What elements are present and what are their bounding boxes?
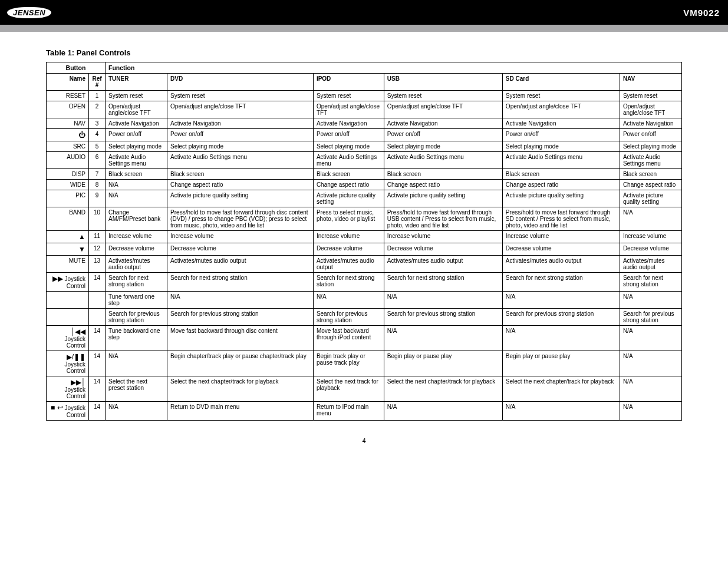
- brand-logo: JENSEN: [7, 7, 51, 18]
- cell-function: N/A: [313, 292, 384, 309]
- cell-button-name: ▲: [47, 231, 89, 243]
- cell-function: System reset: [106, 91, 167, 101]
- cell-function: Begin track play or pause track play: [313, 351, 384, 376]
- cell-function: Change aspect ratio: [167, 180, 314, 190]
- cell-function: N/A: [502, 292, 620, 309]
- cell-function: Select the next chapter/track for playba…: [384, 376, 502, 402]
- cell-function: Activate Audio Settings menu: [106, 152, 167, 169]
- cell-function: Increase volume: [620, 231, 681, 243]
- cell-ref: 4: [89, 129, 106, 141]
- cell-function: Activate picture quality setting: [384, 190, 502, 207]
- cell-button-name: BAND: [47, 207, 89, 231]
- cell-function: N/A: [620, 402, 681, 421]
- cell-function: Select the next track for playback: [313, 376, 384, 402]
- cell-function: Return to iPod main menu: [313, 402, 384, 421]
- cell-function: Tune forward one step: [106, 292, 167, 309]
- cell-function: Power on/off: [106, 129, 167, 141]
- cell-function: N/A: [620, 207, 681, 231]
- cell-button-name: MUTE: [47, 256, 89, 273]
- cell-button-name: AUDIO: [47, 152, 89, 169]
- cell-function: Activate Audio Settings menu: [384, 152, 502, 169]
- cell-function: Activate Audio Settings menu: [620, 152, 681, 169]
- cell-button-name: ▶▶ Joystick Control: [47, 273, 89, 292]
- cell-function: Activates/mutes audio output: [106, 256, 167, 273]
- cell-function: Decrease volume: [384, 243, 502, 256]
- cell-function: Black screen: [620, 169, 681, 180]
- cell-button-name: [47, 309, 89, 326]
- col-header-ref: Ref #: [89, 74, 106, 91]
- cell-function: Power on/off: [313, 129, 384, 141]
- cell-function: Open/adjust angle/close TFT: [313, 101, 384, 118]
- cell-function: Activate Navigation: [502, 118, 620, 129]
- cell-function: Change aspect ratio: [313, 180, 384, 190]
- cell-button-name: DISP: [47, 169, 89, 180]
- cell-function: Decrease volume: [106, 243, 167, 256]
- cell-function: N/A: [384, 292, 502, 309]
- cell-function: Black screen: [167, 169, 314, 180]
- cell-ref: [89, 292, 106, 309]
- cell-function: N/A: [620, 326, 681, 351]
- cell-function: Search for previous strong station: [313, 309, 384, 326]
- col-header-mode: NAV: [620, 74, 681, 91]
- cell-ref: 1: [89, 91, 106, 101]
- cell-function: Black screen: [384, 169, 502, 180]
- cell-ref: 14: [89, 326, 106, 351]
- cell-function: Change AM/FM/Preset bank: [106, 207, 167, 231]
- cell-button-name: [47, 292, 89, 309]
- cell-ref: 14: [89, 402, 106, 421]
- cell-button-name: WIDE: [47, 180, 89, 190]
- cell-function: Search for next strong station: [313, 273, 384, 292]
- col-header-mode: DVD: [167, 74, 314, 91]
- cell-function: Activate picture quality setting: [167, 190, 314, 207]
- table-row: AUDIO6Activate Audio Settings menuActiva…: [47, 152, 682, 169]
- rewind-icon: │◀◀: [71, 328, 86, 336]
- cell-ref: 14: [89, 351, 106, 376]
- cell-function: Open/adjust angle/close TFT: [167, 101, 314, 118]
- table-row: ▶/❚❚ Joystick Control14N/ABegin chapter/…: [47, 351, 682, 376]
- cell-function: Activates/mutes audio output: [502, 256, 620, 273]
- col-header-function: Function: [106, 62, 682, 74]
- cell-ref: 8: [89, 180, 106, 190]
- cell-function: System reset: [620, 91, 681, 101]
- cell-function: Activate Audio Settings menu: [313, 152, 384, 169]
- table-row: Tune forward one stepN/AN/AN/AN/AN/A: [47, 292, 682, 309]
- cell-button-name: PIC: [47, 190, 89, 207]
- cell-button-name: SRC: [47, 141, 89, 152]
- cell-function: Open/adjust angle/close TFT: [106, 101, 167, 118]
- table-row: ▼12Decrease volumeDecrease volumeDecreas…: [47, 243, 682, 256]
- cell-button-name: ▼: [47, 243, 89, 256]
- cell-function: Search for next strong station: [167, 273, 314, 292]
- cell-function: Select playing mode: [106, 141, 167, 152]
- cell-ref: 9: [89, 190, 106, 207]
- cell-function: Select playing mode: [384, 141, 502, 152]
- cell-function: N/A: [106, 180, 167, 190]
- table-row: ■ ↩ Joystick Control14N/AReturn to DVD m…: [47, 402, 682, 421]
- table-row: DISP7Black screenBlack screenBlack scree…: [47, 169, 682, 180]
- cell-function: Activate Audio Settings menu: [502, 152, 620, 169]
- cell-function: Black screen: [106, 169, 167, 180]
- cell-function: Power on/off: [620, 129, 681, 141]
- cell-function: N/A: [167, 292, 314, 309]
- cell-button-name: ▶▶│ Joystick Control: [47, 376, 89, 402]
- cell-function: Select playing mode: [313, 141, 384, 152]
- cell-function: System reset: [167, 91, 314, 101]
- table-row: ▲11Increase volumeIncrease volumeIncreas…: [47, 231, 682, 243]
- play-pause-icon: ▶/❚❚: [67, 353, 85, 361]
- table-row: ⏻4Power on/offPower on/offPower on/offPo…: [47, 129, 682, 141]
- cell-function: Search for next strong station: [502, 273, 620, 292]
- cell-function: Select playing mode: [167, 141, 314, 152]
- cell-ref: 14: [89, 376, 106, 402]
- cell-function: Increase volume: [167, 231, 314, 243]
- cell-function: Black screen: [313, 169, 384, 180]
- stop-return-icon: ■ ↩: [51, 404, 63, 412]
- table-row: │◀◀ Joystick Control14Tune backward one …: [47, 326, 682, 351]
- cell-function: Press/hold to move fast forward through …: [502, 207, 620, 231]
- cell-function: Search for previous strong station: [384, 309, 502, 326]
- table-row: MUTE13Activates/mutes audio outputActiva…: [47, 256, 682, 273]
- cell-function: Search for next strong station: [106, 273, 167, 292]
- down-triangle-icon: ▼: [78, 245, 85, 253]
- cell-function: Search for previous strong station: [167, 309, 314, 326]
- cell-function: Decrease volume: [502, 243, 620, 256]
- cell-function: Search for next strong station: [620, 273, 681, 292]
- col-header-mode: iPOD: [313, 74, 384, 91]
